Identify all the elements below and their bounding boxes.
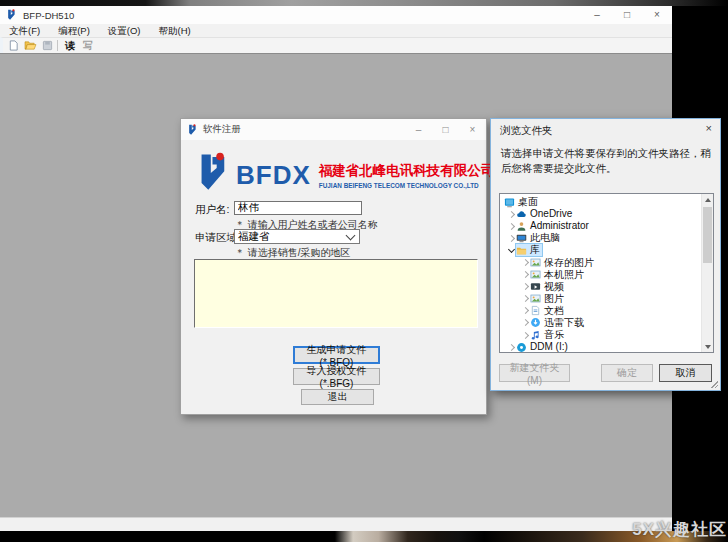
pictures-icon [530,257,542,268]
chevron-right-icon[interactable] [507,210,516,219]
chevron-right-icon[interactable] [521,306,530,315]
pictures-icon [530,269,542,280]
chevron-right-icon[interactable] [521,318,530,327]
exit-button[interactable]: 退出 [301,389,374,405]
scroll-down-icon[interactable] [702,341,713,352]
tree-item-thunder-download[interactable]: 迅雷下载 [500,317,713,329]
library-icon [516,245,528,256]
registration-dialog: 软件注册 – □ × BFDX 福建省北峰电讯科技有限公司 FUJIAN BEI… [180,118,487,415]
read-button[interactable]: 读 [65,39,75,53]
bfdx-logo-icon [187,124,198,136]
tree-item-this-pc[interactable]: 此电脑 [500,232,713,244]
import-license-file-button[interactable]: 导入授权文件(*.BFG) [293,368,380,385]
menu-settings[interactable]: 设置(O) [99,24,150,37]
main-window-title: BFP-DH510 [23,10,74,21]
tree-item-videos[interactable]: 视频 [500,281,713,293]
tree-item-music[interactable]: 音乐 [500,329,713,341]
region-selected-value: 福建省 [235,230,347,244]
tree-item-saved-pictures[interactable]: 保存的图片 [500,256,713,268]
browse-dialog-title: 浏览文件夹 [500,124,553,138]
chevron-right-icon[interactable] [521,258,530,267]
bfdx-logo-icon [194,152,231,198]
chevron-right-icon[interactable] [521,270,530,279]
maximize-icon: □ [432,119,459,140]
pictures-icon [530,293,542,304]
notes-textarea[interactable] [194,259,478,328]
watermark: 5X兴趣社区 [632,518,727,541]
brand-logo-text: BFDX [236,160,311,191]
minimize-icon[interactable]: – [405,119,432,140]
document-icon [530,305,542,316]
menu-program[interactable]: 编程(P) [49,24,99,37]
desktop-background-bottom [0,531,728,542]
chevron-right-icon[interactable] [507,234,516,243]
close-icon[interactable]: × [706,122,712,134]
drive-icon [516,342,528,353]
tree-item-desktop[interactable]: 桌面 [500,196,713,208]
tree-item-administrator[interactable]: Administrator [500,220,713,232]
region-dropdown[interactable]: 福建省 [234,229,360,244]
company-name-en: FUJIAN BEIFENG TELECOM TECHNOLOGY CO.,LT… [319,182,495,189]
browse-instruction-text: 请选择申请文件将要保存到的文件夹路径，稍后您将需要提交此文件。 [501,146,712,176]
toolbar: 读 写 [0,37,672,53]
tree-item-libraries[interactable]: 库 [500,244,713,256]
chevron-right-icon[interactable] [507,343,516,352]
region-hint: ＊ 请选择销售/采购的地区 [235,246,351,260]
registration-title-bar: 软件注册 – □ × [181,119,486,140]
computer-icon [516,233,528,244]
screen: 5X兴趣社区 BFP-DH510 – □ × 文件(F) 编程(P) 设置(O)… [0,0,728,542]
main-title-bar: BFP-DH510 – □ × [0,6,672,24]
bfdx-logo-icon [6,9,17,21]
new-folder-button: 新建文件夹(M) [499,364,570,382]
minimize-icon[interactable]: – [582,6,612,24]
chevron-right-icon[interactable] [507,222,516,231]
open-folder-icon[interactable] [23,40,37,52]
close-icon[interactable]: × [642,6,672,24]
generate-request-file-button[interactable]: 生成申请文件(*.BFQ) [293,346,380,364]
browse-folder-dialog: 浏览文件夹 × 请选择申请文件将要保存到的文件夹路径，稍后您将需要提交此文件。 … [490,118,721,391]
tree-item-camera-roll[interactable]: 本机照片 [500,269,713,281]
tree-scrollbar[interactable] [701,194,713,352]
chevron-right-icon[interactable] [521,294,530,303]
status-bar [0,517,672,531]
username-input[interactable] [234,201,362,215]
chevron-down-icon[interactable] [507,246,516,255]
scroll-up-icon[interactable] [702,194,713,205]
chevron-down-icon [346,230,356,240]
onedrive-icon [516,209,528,220]
resize-grip[interactable] [711,381,718,388]
menu-help[interactable]: 帮助(H) [150,24,200,37]
user-icon [516,221,528,232]
brand-header: BFDX 福建省北峰电讯科技有限公司 FUJIAN BEIFENG TELECO… [194,146,478,204]
maximize-icon[interactable]: □ [612,6,642,24]
close-icon[interactable]: × [459,119,486,140]
save-icon [40,40,54,52]
menu-file[interactable]: 文件(F) [0,24,49,37]
download-icon [530,317,542,328]
video-icon [530,281,542,292]
company-name-cn: 福建省北峰电讯科技有限公司 [319,162,495,180]
music-icon [530,330,542,341]
ok-button: 确定 [601,364,653,382]
tree-item-onedrive[interactable]: OneDrive [500,208,713,220]
folder-tree: 桌面 OneDrive Administrator [499,193,714,353]
registration-dialog-title: 软件注册 [203,123,241,136]
write-button: 写 [83,39,93,53]
desktop-icon [504,197,516,208]
toolbar-separator [57,40,58,51]
tree-item-pictures[interactable]: 图片 [500,293,713,305]
tree-item-ddm-drive[interactable]: DDM (I:) [500,341,713,353]
username-label: 用户名: [195,203,229,217]
tree-item-documents[interactable]: 文档 [500,305,713,317]
menu-bar: 文件(F) 编程(P) 设置(O) 帮助(H) [0,24,672,37]
cancel-button[interactable]: 取消 [659,364,712,382]
scrollbar-thumb[interactable] [703,207,712,263]
chevron-right-icon[interactable] [521,331,530,340]
new-file-icon[interactable] [6,40,20,52]
chevron-right-icon[interactable] [521,282,530,291]
